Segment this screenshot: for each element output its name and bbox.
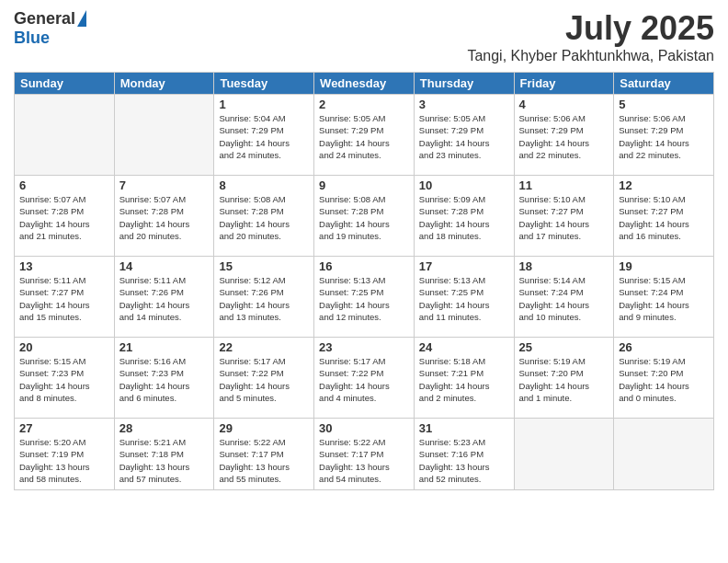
day-number: 6 xyxy=(19,178,109,192)
day-info: Sunrise: 5:07 AM Sunset: 7:28 PM Dayligh… xyxy=(19,193,109,242)
col-wednesday: Wednesday xyxy=(314,73,415,95)
day-info: Sunrise: 5:06 AM Sunset: 7:29 PM Dayligh… xyxy=(519,112,609,161)
table-row: 27Sunrise: 5:20 AM Sunset: 7:19 PM Dayli… xyxy=(15,419,115,490)
day-number: 7 xyxy=(119,178,210,192)
day-number: 24 xyxy=(419,340,509,354)
day-info: Sunrise: 5:19 AM Sunset: 7:20 PM Dayligh… xyxy=(619,355,709,404)
day-number: 20 xyxy=(19,340,109,354)
col-tuesday: Tuesday xyxy=(214,73,314,95)
col-thursday: Thursday xyxy=(414,73,514,95)
logo-general: General xyxy=(14,9,75,29)
table-row: 25Sunrise: 5:19 AM Sunset: 7:20 PM Dayli… xyxy=(514,338,614,419)
table-row xyxy=(614,419,714,490)
day-info: Sunrise: 5:15 AM Sunset: 7:24 PM Dayligh… xyxy=(619,274,709,323)
day-info: Sunrise: 5:16 AM Sunset: 7:23 PM Dayligh… xyxy=(119,355,210,404)
table-row: 20Sunrise: 5:15 AM Sunset: 7:23 PM Dayli… xyxy=(15,338,115,419)
table-row: 3Sunrise: 5:05 AM Sunset: 7:29 PM Daylig… xyxy=(414,95,514,176)
day-info: Sunrise: 5:20 AM Sunset: 7:19 PM Dayligh… xyxy=(19,436,109,485)
day-info: Sunrise: 5:04 AM Sunset: 7:29 PM Dayligh… xyxy=(219,112,309,161)
logo: General Blue xyxy=(14,9,86,48)
table-row: 15Sunrise: 5:12 AM Sunset: 7:26 PM Dayli… xyxy=(214,257,314,338)
day-number: 5 xyxy=(619,98,709,111)
day-number: 10 xyxy=(419,178,509,192)
table-row: 30Sunrise: 5:22 AM Sunset: 7:17 PM Dayli… xyxy=(314,419,415,490)
table-row: 11Sunrise: 5:10 AM Sunset: 7:27 PM Dayli… xyxy=(514,176,614,257)
table-row: 17Sunrise: 5:13 AM Sunset: 7:25 PM Dayli… xyxy=(414,257,514,338)
day-info: Sunrise: 5:23 AM Sunset: 7:16 PM Dayligh… xyxy=(419,436,509,485)
day-info: Sunrise: 5:19 AM Sunset: 7:20 PM Dayligh… xyxy=(519,355,609,404)
logo-triangle-icon xyxy=(77,10,86,27)
day-number: 16 xyxy=(319,259,409,273)
table-row: 18Sunrise: 5:14 AM Sunset: 7:24 PM Dayli… xyxy=(514,257,614,338)
table-row: 28Sunrise: 5:21 AM Sunset: 7:18 PM Dayli… xyxy=(114,419,214,490)
day-info: Sunrise: 5:21 AM Sunset: 7:18 PM Dayligh… xyxy=(119,436,210,485)
table-row: 16Sunrise: 5:13 AM Sunset: 7:25 PM Dayli… xyxy=(314,257,415,338)
page-header: General Blue July 2025 Tangi, Khyber Pak… xyxy=(14,9,714,64)
day-number: 17 xyxy=(419,259,509,273)
table-row: 23Sunrise: 5:17 AM Sunset: 7:22 PM Dayli… xyxy=(314,338,415,419)
table-row: 12Sunrise: 5:10 AM Sunset: 7:27 PM Dayli… xyxy=(614,176,714,257)
day-number: 19 xyxy=(619,259,709,273)
table-row: 19Sunrise: 5:15 AM Sunset: 7:24 PM Dayli… xyxy=(614,257,714,338)
table-row xyxy=(15,95,115,176)
calendar-table: Sunday Monday Tuesday Wednesday Thursday… xyxy=(14,72,714,490)
day-info: Sunrise: 5:09 AM Sunset: 7:28 PM Dayligh… xyxy=(419,193,509,242)
calendar-header-row: Sunday Monday Tuesday Wednesday Thursday… xyxy=(15,73,714,95)
table-row: 9Sunrise: 5:08 AM Sunset: 7:28 PM Daylig… xyxy=(314,176,415,257)
table-row xyxy=(114,95,214,176)
day-info: Sunrise: 5:22 AM Sunset: 7:17 PM Dayligh… xyxy=(219,436,309,485)
day-number: 14 xyxy=(119,259,210,273)
day-info: Sunrise: 5:11 AM Sunset: 7:26 PM Dayligh… xyxy=(119,274,210,323)
logo-blue: Blue xyxy=(14,29,50,48)
day-number: 25 xyxy=(519,340,609,354)
table-row: 26Sunrise: 5:19 AM Sunset: 7:20 PM Dayli… xyxy=(614,338,714,419)
day-number: 23 xyxy=(319,340,409,354)
table-row: 22Sunrise: 5:17 AM Sunset: 7:22 PM Dayli… xyxy=(214,338,314,419)
day-number: 1 xyxy=(219,98,309,111)
calendar-week-row: 6Sunrise: 5:07 AM Sunset: 7:28 PM Daylig… xyxy=(15,176,714,257)
day-number: 28 xyxy=(119,421,210,435)
calendar-week-row: 20Sunrise: 5:15 AM Sunset: 7:23 PM Dayli… xyxy=(15,338,714,419)
table-row: 7Sunrise: 5:07 AM Sunset: 7:28 PM Daylig… xyxy=(114,176,214,257)
day-number: 26 xyxy=(619,340,709,354)
day-number: 21 xyxy=(119,340,210,354)
calendar-location: Tangi, Khyber Pakhtunkhwa, Pakistan xyxy=(467,48,714,64)
day-number: 2 xyxy=(319,98,409,111)
day-number: 29 xyxy=(219,421,309,435)
day-info: Sunrise: 5:08 AM Sunset: 7:28 PM Dayligh… xyxy=(319,193,409,242)
calendar-week-row: 27Sunrise: 5:20 AM Sunset: 7:19 PM Dayli… xyxy=(15,419,714,490)
col-saturday: Saturday xyxy=(614,73,714,95)
table-row: 31Sunrise: 5:23 AM Sunset: 7:16 PM Dayli… xyxy=(414,419,514,490)
day-number: 8 xyxy=(219,178,309,192)
table-row: 29Sunrise: 5:22 AM Sunset: 7:17 PM Dayli… xyxy=(214,419,314,490)
col-friday: Friday xyxy=(514,73,614,95)
day-info: Sunrise: 5:06 AM Sunset: 7:29 PM Dayligh… xyxy=(619,112,709,161)
title-block: July 2025 Tangi, Khyber Pakhtunkhwa, Pak… xyxy=(467,9,714,64)
col-monday: Monday xyxy=(114,73,214,95)
day-number: 15 xyxy=(219,259,309,273)
day-info: Sunrise: 5:13 AM Sunset: 7:25 PM Dayligh… xyxy=(419,274,509,323)
day-info: Sunrise: 5:17 AM Sunset: 7:22 PM Dayligh… xyxy=(319,355,409,404)
day-number: 13 xyxy=(19,259,109,273)
day-number: 4 xyxy=(519,98,609,111)
table-row: 1Sunrise: 5:04 AM Sunset: 7:29 PM Daylig… xyxy=(214,95,314,176)
table-row: 4Sunrise: 5:06 AM Sunset: 7:29 PM Daylig… xyxy=(514,95,614,176)
day-info: Sunrise: 5:12 AM Sunset: 7:26 PM Dayligh… xyxy=(219,274,309,323)
day-info: Sunrise: 5:08 AM Sunset: 7:28 PM Dayligh… xyxy=(219,193,309,242)
table-row: 8Sunrise: 5:08 AM Sunset: 7:28 PM Daylig… xyxy=(214,176,314,257)
day-number: 18 xyxy=(519,259,609,273)
calendar-page: General Blue July 2025 Tangi, Khyber Pak… xyxy=(0,0,728,563)
day-info: Sunrise: 5:22 AM Sunset: 7:17 PM Dayligh… xyxy=(319,436,409,485)
day-info: Sunrise: 5:05 AM Sunset: 7:29 PM Dayligh… xyxy=(419,112,509,161)
table-row: 13Sunrise: 5:11 AM Sunset: 7:27 PM Dayli… xyxy=(15,257,115,338)
table-row xyxy=(514,419,614,490)
table-row: 5Sunrise: 5:06 AM Sunset: 7:29 PM Daylig… xyxy=(614,95,714,176)
calendar-title: July 2025 xyxy=(467,9,714,48)
day-info: Sunrise: 5:17 AM Sunset: 7:22 PM Dayligh… xyxy=(219,355,309,404)
day-number: 11 xyxy=(519,178,609,192)
day-info: Sunrise: 5:15 AM Sunset: 7:23 PM Dayligh… xyxy=(19,355,109,404)
day-info: Sunrise: 5:07 AM Sunset: 7:28 PM Dayligh… xyxy=(119,193,210,242)
table-row: 14Sunrise: 5:11 AM Sunset: 7:26 PM Dayli… xyxy=(114,257,214,338)
col-sunday: Sunday xyxy=(15,73,115,95)
table-row: 24Sunrise: 5:18 AM Sunset: 7:21 PM Dayli… xyxy=(414,338,514,419)
